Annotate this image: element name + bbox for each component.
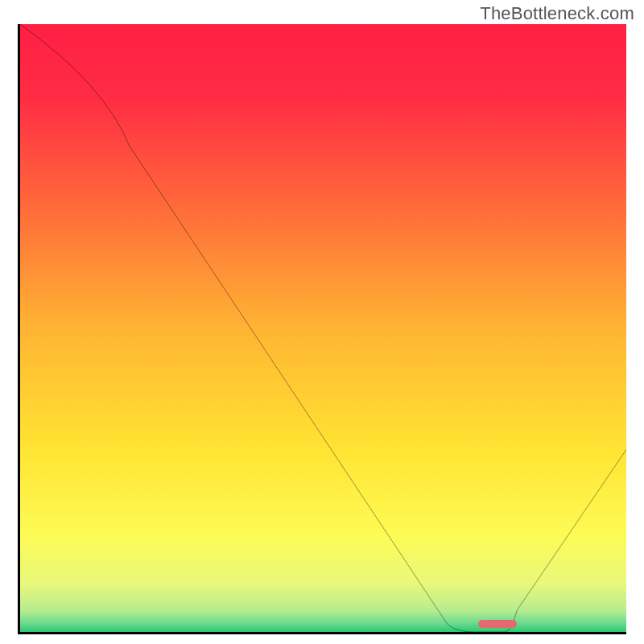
chart-gradient-background [20, 24, 626, 632]
chart-plot-area [18, 24, 626, 634]
svg-rect-0 [20, 24, 626, 632]
watermark-text: TheBottleneck.com [480, 3, 634, 24]
optimal-range-marker [478, 620, 518, 628]
